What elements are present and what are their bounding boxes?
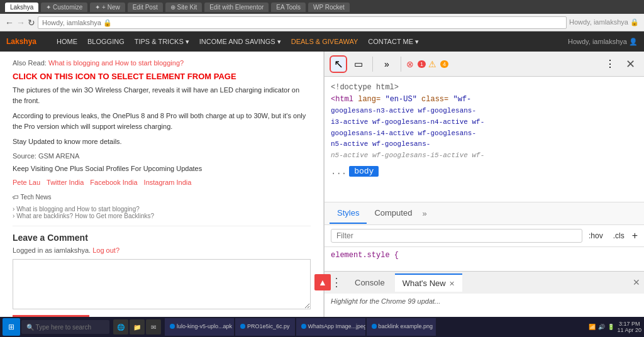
nav-deals[interactable]: DEALS & GIVEAWAY bbox=[291, 38, 358, 46]
source-label: Source: GSM ARENA bbox=[13, 152, 311, 160]
scroll-top-button[interactable]: ▲ bbox=[314, 274, 331, 290]
tab-elementor[interactable]: Edit with Elementor bbox=[204, 3, 269, 12]
device-icon: ▭ bbox=[354, 58, 363, 70]
devtools-menu-button[interactable]: ⋮ bbox=[601, 55, 619, 73]
filter-input[interactable] bbox=[331, 229, 582, 243]
close-icon: ✕ bbox=[626, 57, 635, 71]
taskbar-icon-1[interactable]: 🌐 bbox=[113, 319, 128, 334]
taskbar-clock: 3:17 PM 11 Apr 20 bbox=[617, 321, 641, 333]
taskbar-running-apps: lulo-king-v5-uplo...apk PRO1e5ic_6c.py W… bbox=[165, 318, 436, 336]
click-banner: CLICK ON THIS ICON TO SELECT ELEMENT FRO… bbox=[13, 72, 311, 81]
nav-home[interactable]: HOME bbox=[57, 38, 77, 46]
class-line-5: n5-active wf-googlesans-i5-active wf- bbox=[331, 150, 638, 162]
nav-tips[interactable]: TIPS & TRICKS ▾ bbox=[135, 38, 189, 46]
taskbar-system-tray: 📶 🔊 🔋 3:17 PM 11 Apr 20 bbox=[589, 321, 641, 333]
body-element-pill[interactable]: body bbox=[349, 166, 379, 177]
close-whats-new[interactable]: ✕ bbox=[449, 280, 455, 287]
tab-computed[interactable]: Computed bbox=[367, 203, 419, 224]
tag-icon: 🏷 bbox=[13, 194, 19, 201]
social-pete[interactable]: Pete Lau bbox=[13, 179, 40, 186]
refresh-button[interactable]: ↻ bbox=[28, 18, 35, 28]
devtools-panel: ↖ ▭ » ⊗ 1 ⚠ 4 ⋮ ✕ <!doctype h bbox=[324, 52, 644, 317]
error-count: 1 bbox=[418, 60, 426, 68]
cursor-icon: ↖ bbox=[334, 57, 343, 71]
filter-row: :hov .cls + bbox=[325, 225, 644, 247]
toolbar-separator bbox=[372, 57, 373, 72]
tab-console[interactable]: Console bbox=[347, 274, 392, 291]
tray-icon-sound: 🔊 bbox=[598, 324, 605, 330]
social-facebook[interactable]: Facebook India bbox=[90, 179, 137, 186]
close-devtools-button[interactable]: ✕ bbox=[621, 55, 639, 73]
article-para-3: Stay Updated to know more details. bbox=[13, 136, 311, 147]
cls-button[interactable]: .cls bbox=[609, 230, 628, 241]
warning-icon: ⚠ bbox=[428, 59, 436, 69]
taskbar-quick-icons: 🌐 📁 ✉ bbox=[113, 319, 161, 334]
tab-site-kit[interactable]: ⊕ Site Kit bbox=[165, 3, 202, 12]
tab-styles[interactable]: Styles bbox=[330, 203, 367, 224]
devtools-toolbar: ↖ ▭ » ⊗ 1 ⚠ 4 ⋮ ✕ bbox=[325, 52, 644, 77]
main-area: Also Read: What is blogging and How to s… bbox=[0, 52, 644, 317]
app-indicator bbox=[372, 324, 377, 329]
social-instagram[interactable]: Instagram India bbox=[144, 179, 192, 186]
breadcrumb-1[interactable]: What is blogging and How to start bloggi… bbox=[16, 206, 140, 213]
elements-view: <!doctype html> <html lang= "en-US" clas… bbox=[325, 77, 644, 202]
comment-textarea[interactable] bbox=[13, 259, 311, 309]
tab-wp-rocket[interactable]: WP Rocket bbox=[308, 3, 350, 12]
whats-new-content: Highlight for the Chrome 99 updat... bbox=[325, 294, 644, 318]
taskbar-app-2[interactable]: PRO1e5ic_6c.py bbox=[235, 318, 295, 336]
devtools-style-tabs: Styles Computed » bbox=[325, 202, 644, 225]
taskbar: ⊞ 🌐 📁 ✉ lulo-king-v5-uplo...apk PRO1e5ic… bbox=[0, 317, 644, 337]
hov-button[interactable]: :hov bbox=[585, 230, 607, 241]
close-bottom-panel[interactable]: ✕ bbox=[633, 277, 640, 287]
nav-contact[interactable]: CONTACT ME ▾ bbox=[368, 38, 419, 46]
tray-icon-network: 📶 bbox=[589, 324, 596, 330]
keep-visiting: Keep Visiting One Plus Social Profiles F… bbox=[13, 165, 311, 172]
comment-section: Leave a Comment Logged in as iamlakshya.… bbox=[13, 226, 311, 318]
class-line-1: googlesans-n3-active wf-googlesans- bbox=[331, 106, 638, 117]
taskbar-app-1[interactable]: lulo-king-v5-uplo...apk bbox=[165, 318, 234, 336]
nav-income[interactable]: INCOME AND SAVINGS ▾ bbox=[199, 38, 281, 46]
also-read: Also Read: What is blogging and How to s… bbox=[13, 59, 311, 67]
start-button[interactable]: ⊞ bbox=[3, 318, 20, 336]
tab-edit-post[interactable]: Edit Post bbox=[128, 3, 163, 12]
more-tools-button[interactable]: » bbox=[378, 55, 396, 73]
log-out-link[interactable]: Log out? bbox=[92, 246, 119, 254]
device-toolbar-button[interactable]: ▭ bbox=[350, 55, 367, 73]
nav-menu: HOME BLOGGING TIPS & TRICKS ▾ INCOME AND… bbox=[57, 38, 419, 46]
class-line-4: n5-active wf-googlesans- bbox=[331, 139, 638, 150]
select-element-button[interactable]: ↖ bbox=[330, 55, 347, 73]
taskbar-search[interactable] bbox=[21, 320, 109, 334]
browser-tabs-bar: Lakshya ✦ Customize ✦ + New Edit Post ⊕ … bbox=[0, 0, 644, 14]
tab-ea-tools[interactable]: EA Tools bbox=[271, 3, 306, 12]
social-twitter[interactable]: Twitter India bbox=[47, 179, 84, 186]
app-indicator bbox=[240, 324, 245, 329]
breadcrumbs: › What is blogging and How to start blog… bbox=[13, 206, 311, 219]
back-button[interactable]: ← bbox=[5, 18, 14, 28]
also-read-link[interactable]: What is blogging and How to start bloggi… bbox=[48, 59, 184, 67]
address-input[interactable] bbox=[38, 16, 567, 29]
ellipsis: ... bbox=[331, 167, 347, 177]
tab-customize[interactable]: ✦ Customize bbox=[41, 3, 87, 12]
nav-blogging[interactable]: BLOGGING bbox=[87, 38, 125, 46]
add-style-button[interactable]: + bbox=[632, 230, 638, 241]
forward-button[interactable]: → bbox=[16, 18, 25, 28]
bottom-tabs: ⋮ Console What's New ✕ ✕ bbox=[325, 271, 644, 294]
logged-in-text: Logged in as iamlakshya. Log out? bbox=[13, 246, 311, 254]
more-tabs-button[interactable]: » bbox=[422, 209, 426, 218]
tab-whats-new[interactable]: What's New ✕ bbox=[395, 273, 463, 292]
comment-title: Leave a Comment bbox=[13, 233, 311, 243]
tab-lakshya[interactable]: Lakshya bbox=[5, 3, 38, 12]
site-logo: Lakshya bbox=[6, 37, 36, 46]
taskbar-app-4[interactable]: backlink example.png bbox=[367, 318, 436, 336]
taskbar-icon-3[interactable]: ✉ bbox=[146, 319, 161, 334]
chevron-right-icon: » bbox=[384, 59, 389, 69]
class-line-2: i3-active wf-googlesans-n4-active wf- bbox=[331, 117, 638, 128]
warning-count: 4 bbox=[440, 60, 448, 68]
taskbar-app-3[interactable]: WhatsApp Image...jpeg bbox=[296, 318, 365, 336]
html-tag-line: <html lang= "en-US" class= "wf- bbox=[331, 94, 638, 106]
taskbar-icon-2[interactable]: 📁 bbox=[130, 319, 145, 334]
tab-new[interactable]: ✦ + New bbox=[90, 3, 125, 12]
breadcrumb-2[interactable]: What are backlinks? How to Get more Back… bbox=[16, 213, 154, 219]
body-breadcrumb: ... body bbox=[331, 166, 638, 177]
social-links: Pete Lau Twitter India Facebook India In… bbox=[13, 179, 311, 186]
